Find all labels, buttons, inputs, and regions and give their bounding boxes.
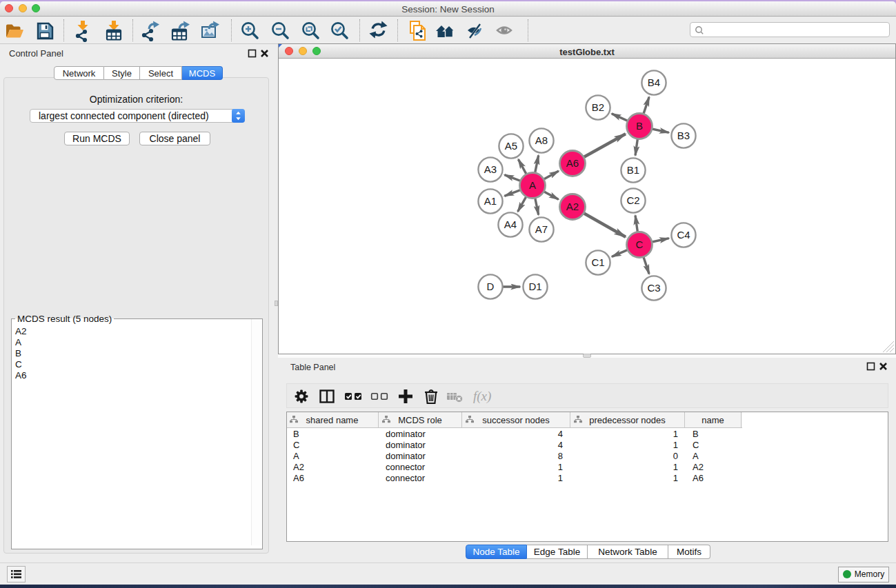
svg-text:D1: D1 bbox=[528, 281, 541, 292]
svg-text:B3: B3 bbox=[677, 130, 690, 141]
svg-text:A1: A1 bbox=[484, 195, 497, 207]
svg-text:B4: B4 bbox=[648, 77, 660, 88]
svg-text:A3: A3 bbox=[484, 163, 497, 175]
svg-text:C2: C2 bbox=[626, 194, 639, 206]
svg-text:A8: A8 bbox=[535, 134, 548, 146]
svg-text:B: B bbox=[636, 120, 643, 132]
svg-text:A2: A2 bbox=[566, 201, 579, 212]
svg-text:C: C bbox=[636, 239, 644, 250]
svg-text:A5: A5 bbox=[505, 140, 517, 152]
svg-text:A: A bbox=[529, 179, 536, 191]
svg-text:A4: A4 bbox=[504, 219, 517, 230]
svg-text:f(x): f(x) bbox=[473, 389, 491, 404]
svg-text:B2: B2 bbox=[592, 101, 604, 113]
svg-text:D: D bbox=[487, 281, 495, 292]
svg-text:A6: A6 bbox=[566, 157, 579, 169]
svg-text:C4: C4 bbox=[677, 229, 690, 241]
svg-text:B1: B1 bbox=[627, 164, 639, 176]
svg-text:C3: C3 bbox=[647, 282, 660, 294]
svg-text:A7: A7 bbox=[535, 223, 548, 235]
svg-text:C1: C1 bbox=[591, 256, 604, 268]
